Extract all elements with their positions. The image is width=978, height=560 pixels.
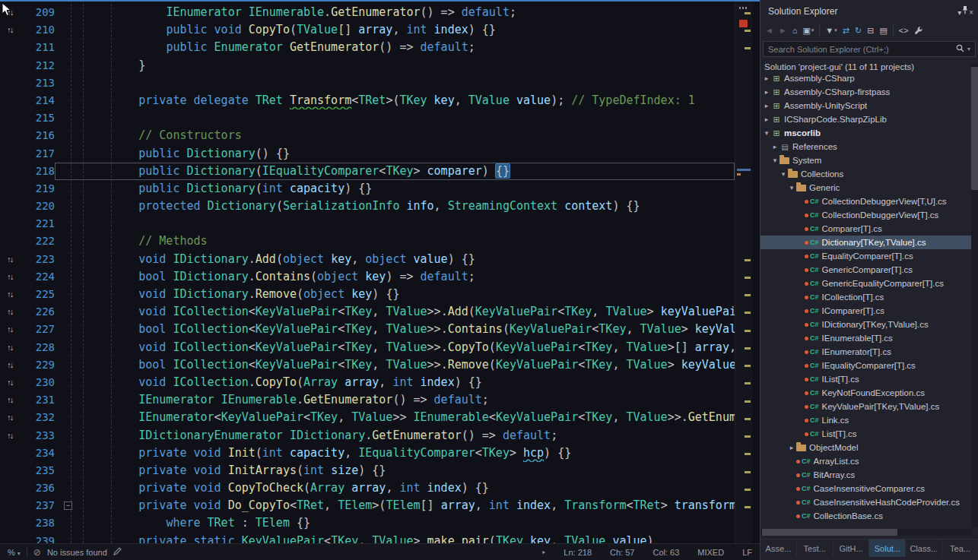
- tree-item-label[interactable]: CaseInsensitiveHashCodeProvider.cs: [814, 498, 960, 507]
- code-line-225[interactable]: ↑↓225 void IDictionary.Remove(object key…: [0, 286, 735, 303]
- line-number[interactable]: 223: [20, 251, 55, 268]
- tree-item-label[interactable]: GenericComparer[T].cs: [822, 265, 913, 274]
- tree-item-label[interactable]: CollectionBase.cs: [814, 511, 883, 520]
- tree-item[interactable]: C#Link.cs: [760, 413, 972, 427]
- tree-item[interactable]: C#GenericComparer[T].cs: [760, 263, 972, 277]
- line-number[interactable]: 239: [20, 533, 55, 543]
- expander-icon[interactable]: ▸: [762, 102, 771, 109]
- tree-item-label[interactable]: Assembly-CSharp: [784, 74, 855, 83]
- line-number[interactable]: 217: [20, 145, 55, 163]
- pin-icon[interactable]: [961, 8, 969, 17]
- reference-arrows-icon[interactable]: ↑↓: [0, 356, 20, 374]
- tree-item[interactable]: C#CaseInsensitiveHashCodeProvider.cs: [760, 495, 972, 509]
- line-number[interactable]: 226: [20, 303, 55, 321]
- home-icon[interactable]: ⌂: [792, 26, 798, 35]
- tree-vscrollbar-thumb[interactable]: [971, 67, 978, 190]
- line-number[interactable]: 227: [20, 321, 55, 338]
- tree-item-label[interactable]: Collections: [801, 169, 843, 179]
- tree-item[interactable]: C#CollectionDebuggerView[T].cs: [760, 208, 972, 222]
- expander-icon[interactable]: ▸: [762, 74, 771, 82]
- expander-icon[interactable]: ▸: [762, 115, 771, 123]
- tree-item-label[interactable]: Assembly-CSharp-firstpass: [784, 87, 890, 96]
- expander-icon[interactable]: ▸: [770, 143, 780, 150]
- line-number[interactable]: 211: [20, 39, 55, 56]
- code-line-235[interactable]: 235 private void InitArrays(int size) {}: [0, 462, 735, 479]
- line-number[interactable]: 238: [20, 514, 55, 532]
- line-number[interactable]: 230: [20, 374, 55, 391]
- show-all-files-icon[interactable]: ▤: [879, 26, 887, 36]
- tree-item[interactable]: C#IList[T].cs: [760, 372, 972, 386]
- tree-item-label[interactable]: List[T].cs: [822, 429, 857, 438]
- line-number[interactable]: 228: [20, 339, 55, 356]
- tree-item[interactable]: ▸⊞Assembly-UnityScript: [760, 99, 972, 112]
- line-number[interactable]: 235: [20, 462, 55, 479]
- panel-tab[interactable]: Asse...: [760, 539, 797, 557]
- solution-search-box[interactable]: Search Solution Explorer (Ctrl+;) ▾: [763, 41, 976, 57]
- expander-icon[interactable]: ▸: [787, 444, 796, 451]
- code-line-236[interactable]: 236 private void CopyToCheck(Array array…: [0, 479, 735, 497]
- panel-tab[interactable]: Test...: [797, 539, 834, 557]
- code-line-211[interactable]: 211 public Enumerator GetEnumerator() =>…: [0, 39, 735, 56]
- code-line-216[interactable]: 216 // Constructors: [0, 127, 735, 144]
- code-line-213[interactable]: 213: [0, 74, 735, 92]
- panel-tab[interactable]: Tea...: [942, 539, 978, 557]
- code-line-222[interactable]: 222 // Methods: [0, 233, 735, 250]
- code-line-224[interactable]: ↑↓224 bool IDictionary.Contains(object k…: [0, 268, 735, 286]
- tree-item[interactable]: ▸⊞ICSharpCode.SharpZipLib: [760, 112, 972, 126]
- tree-item-label[interactable]: IDictionary[TKey,TValue].cs: [822, 320, 929, 329]
- panel-tab[interactable]: GitH...: [834, 539, 870, 557]
- reference-arrows-icon[interactable]: ↑↓: [0, 21, 20, 39]
- line-number[interactable]: 219: [20, 180, 55, 198]
- tree-item[interactable]: C#IEnumerable[T].cs: [760, 331, 972, 345]
- line-number[interactable]: 232: [20, 409, 55, 426]
- refresh-icon[interactable]: ↻: [855, 26, 862, 36]
- tree-item[interactable]: ▾⊞mscorlib: [760, 126, 972, 140]
- reference-arrows-icon[interactable]: ↑↓: [0, 409, 20, 426]
- tree-item-label[interactable]: KeyNotFoundException.cs: [822, 388, 926, 397]
- tree-item[interactable]: C#IEnumerator[T].cs: [760, 345, 972, 359]
- tree-item-label[interactable]: References: [792, 142, 837, 151]
- line-number[interactable]: 218: [20, 163, 55, 180]
- expander-icon[interactable]: ▾: [779, 170, 788, 178]
- code-line-217[interactable]: 217 public Dictionary() {}: [0, 145, 735, 163]
- expander-icon[interactable]: ▾: [787, 184, 796, 191]
- encoding-indicator[interactable]: MIXED: [697, 548, 724, 557]
- tree-item[interactable]: ▾System: [760, 153, 972, 167]
- code-line-209[interactable]: ↑↓209 IEnumerator IEnumerable.GetEnumera…: [0, 4, 735, 21]
- code-line-226[interactable]: ↑↓226 void ICollection<KeyValuePair<TKey…: [0, 303, 735, 321]
- code-line-212[interactable]: 212 }: [0, 57, 735, 74]
- code-line-233[interactable]: ↑↓233 IDictionaryEnumerator IDictionary.…: [0, 427, 735, 445]
- tree-item-label[interactable]: ObjectModel: [809, 443, 859, 452]
- tree-item[interactable]: C#BitArray.cs: [760, 468, 972, 482]
- code-line-219[interactable]: 219 public Dictionary(int capacity) {}: [0, 180, 735, 198]
- line-number[interactable]: 222: [20, 233, 55, 250]
- switch-views-icon[interactable]: ▣▾: [802, 26, 814, 36]
- code-line-237[interactable]: 237 private void Do_CopyTo<TRet, TElem>(…: [0, 497, 735, 514]
- line-number[interactable]: 209: [20, 4, 55, 21]
- line-number[interactable]: 234: [20, 445, 55, 462]
- tree-item[interactable]: C#Comparer[T].cs: [760, 222, 972, 236]
- line-number[interactable]: 221: [20, 215, 55, 233]
- code-line-227[interactable]: ↑↓227 bool ICollection<KeyValuePair<TKey…: [0, 321, 735, 338]
- expander-icon[interactable]: ▸: [762, 88, 771, 96]
- reference-arrows-icon[interactable]: ↑↓: [0, 268, 20, 286]
- eol-indicator[interactable]: LF: [742, 548, 752, 557]
- fold-collapse-icon[interactable]: −: [64, 501, 72, 510]
- code-line-221[interactable]: 221: [0, 215, 735, 233]
- tree-item-label[interactable]: Assembly-UnityScript: [784, 101, 867, 110]
- line-number[interactable]: 220: [20, 198, 55, 215]
- line-number[interactable]: 236: [20, 479, 55, 497]
- tree-item[interactable]: ▾Collections: [760, 167, 972, 181]
- line-number[interactable]: 233: [20, 427, 55, 445]
- pen-icon[interactable]: [113, 547, 122, 558]
- line-number[interactable]: 215: [20, 109, 55, 127]
- sync-with-active-document-icon[interactable]: ⇄: [843, 26, 849, 36]
- tree-item[interactable]: ▸▤References: [760, 140, 972, 153]
- tree-item[interactable]: ▸⊞Assembly-CSharp-firstpass: [760, 85, 972, 99]
- line-number[interactable]: 229: [20, 356, 55, 374]
- tree-item-label[interactable]: GenericEqualityComparer[T].cs: [822, 279, 944, 288]
- filter-icon[interactable]: ▼▾: [825, 26, 837, 35]
- line-number[interactable]: 214: [20, 92, 55, 109]
- tree-item-label[interactable]: ICSharpCode.SharpZipLib: [784, 115, 887, 124]
- line-number[interactable]: 210: [20, 21, 55, 39]
